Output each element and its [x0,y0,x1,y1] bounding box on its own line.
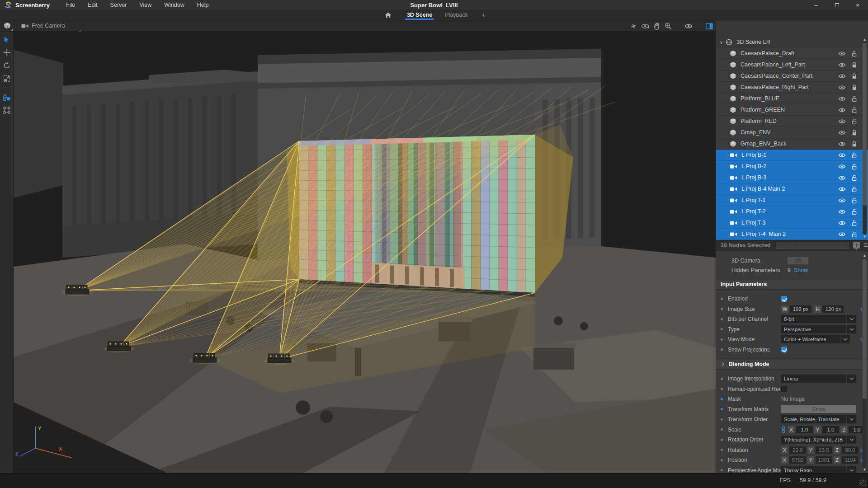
eye-icon[interactable] [838,108,846,113]
show-hidden-link[interactable]: Show [794,267,808,273]
lock-open-icon[interactable] [851,208,857,215]
eye-icon[interactable] [838,221,846,225]
width-input[interactable]: 192 px [790,305,811,313]
split-view-button[interactable] [706,23,713,29]
position-z-input[interactable]: 1194 [842,456,859,464]
height-input[interactable]: 120 px [822,305,844,313]
rotation-x-input[interactable]: 22.0 [789,446,806,454]
parameters-scrollbar[interactable]: ▲ ▼ [862,253,868,472]
section-input-parameters[interactable]: Input Parameters [716,279,868,290]
rotate-tool-button[interactable] [2,61,11,70]
view-mode-select[interactable]: Color + Wireframe [781,335,850,343]
position-x-input[interactable]: 5702 [789,456,806,464]
perspective-angle-mode-select[interactable]: Throw Ratio [781,466,856,473]
scroll-down-icon[interactable]: ▼ [863,235,867,239]
transform-matrix-show-button[interactable]: Show [781,405,856,413]
eye-icon[interactable] [838,85,846,90]
lock-open-icon[interactable] [851,197,857,204]
tree-item-l-proj-b-3[interactable]: L Proj B-3 [716,172,868,183]
lock-open-icon[interactable] [851,231,857,238]
eye-icon[interactable] [838,164,846,169]
eye-icon[interactable] [838,141,846,146]
pan-button[interactable] [654,23,660,30]
rotation-z-input[interactable]: 90.0 [842,446,859,454]
lock-closed-icon[interactable] [851,84,857,91]
eye-icon[interactable] [838,232,846,237]
tree-item-gmap-env[interactable]: Gmap_ENV [716,127,868,138]
rotation-y-input[interactable]: 23.5 [816,446,832,454]
tree-item-platform-blue[interactable]: Platform_BLUE [716,93,868,104]
view-shading-button[interactable] [0,22,14,29]
scroll-down-icon[interactable]: ▼ [863,468,867,472]
lock-closed-icon[interactable] [851,73,857,80]
menu-edit[interactable]: Edit [81,0,104,10]
home-tab-button[interactable] [376,10,401,20]
move-tool-button[interactable] [2,48,11,56]
lock-open-icon[interactable] [851,50,857,57]
tree-item-l-proj-b-1[interactable]: L Proj B-1 [716,150,868,161]
maximize-button[interactable] [826,0,847,10]
chevron-down-icon[interactable]: ∨ [720,40,723,45]
3d-viewport[interactable]: Y X Z [14,32,716,473]
eye-icon[interactable] [838,51,846,56]
transform-order-select[interactable]: Scale, Rotate, Translate [781,415,856,423]
3d-scene-canvas[interactable]: Y X Z [14,32,716,473]
scrollbar-thumb[interactable] [863,43,867,206]
menu-view[interactable]: View [133,0,158,10]
menu-file[interactable]: File [60,0,81,10]
enabled-checkbox[interactable] [781,296,787,302]
tree-item-l-proj-t-3[interactable]: L Proj T-3 [716,217,868,229]
tree-item-platform-red[interactable]: Platform_RED [716,116,868,127]
tab-playback[interactable]: Playback [439,10,474,20]
tree-item-l-proj-t-2[interactable]: L Proj T-2 [716,206,868,217]
minimize-button[interactable]: – [806,0,826,10]
tree-item-caesarspalace-left-part[interactable]: CaesarsPalace_Left_Part [716,59,868,70]
lock-open-icon[interactable] [851,174,857,181]
close-button[interactable]: × [847,0,868,10]
add-tab-button[interactable]: + [474,10,492,20]
tree-scrollbar[interactable]: ▲ ▼ [862,38,868,239]
tree-root-3d-scene-lr[interactable]: ∨ 3D Scene LR [716,37,868,48]
resize-grip[interactable] [859,479,866,486]
lock-open-icon[interactable] [851,107,857,113]
visibility-button[interactable] [684,23,693,29]
eye-icon[interactable] [838,187,846,192]
scrollbar-track[interactable] [863,42,867,235]
bits-per-channel-select[interactable]: 8-bit [781,315,856,323]
fly-mode-button[interactable]: ✈ [631,23,637,30]
rotation-order-select[interactable]: Y(Heading), X(Pitch), Z(B [781,436,856,444]
scrollbar-thumb[interactable] [863,259,867,399]
image-interpolation-select[interactable]: Linear [781,375,856,383]
lock-open-icon[interactable] [851,152,857,159]
type-select[interactable]: Perspective [781,325,856,333]
zoom-button[interactable] [665,23,671,29]
tree-item-l-proj-b-2[interactable]: L Proj B-2 [716,161,868,172]
scroll-up-icon[interactable]: ▲ [863,253,867,258]
tree-item-l-proj-b-4-main-2[interactable]: L Proj B-4 Main 2 [716,183,868,195]
tree-item-platform-green[interactable]: Platform_GREEN [716,104,868,116]
menu-window[interactable]: Window [158,0,190,10]
camera-selector[interactable]: Free Camera [19,20,82,31]
panel-menu-icon[interactable]: ≡ [863,243,868,248]
eye-icon[interactable] [838,198,846,203]
lock-closed-icon[interactable] [851,141,857,147]
eye-icon[interactable] [838,62,846,67]
show-projections-checkbox[interactable] [781,347,787,352]
lock-closed-icon[interactable] [851,61,857,68]
menu-help[interactable]: Help [191,0,215,10]
tree-item-caesarspalace-right-part[interactable]: CaesarsPalace_Right_Part [716,82,868,93]
selection-filter-input[interactable]: ... [776,242,849,249]
lock-open-icon[interactable] [851,163,857,170]
scale-x-input[interactable]: 1.0 [796,426,813,433]
lock-open-icon[interactable] [851,186,857,192]
eye-icon[interactable] [838,119,846,124]
remap-optimized-checkbox[interactable] [781,386,787,392]
position-y-input[interactable]: 1391 [816,456,832,464]
eye-icon[interactable] [838,153,846,158]
bounding-box-tool-button[interactable] [2,106,11,114]
select-tool-button[interactable] [2,35,11,43]
tree-item-l-proj-t-1[interactable]: L Proj T-1 [716,195,868,206]
eye-icon[interactable] [838,130,846,135]
scroll-up-icon[interactable]: ▲ [863,38,867,42]
tree-item-gmap-env-back[interactable]: Gmap_ENV_Back [716,138,868,150]
